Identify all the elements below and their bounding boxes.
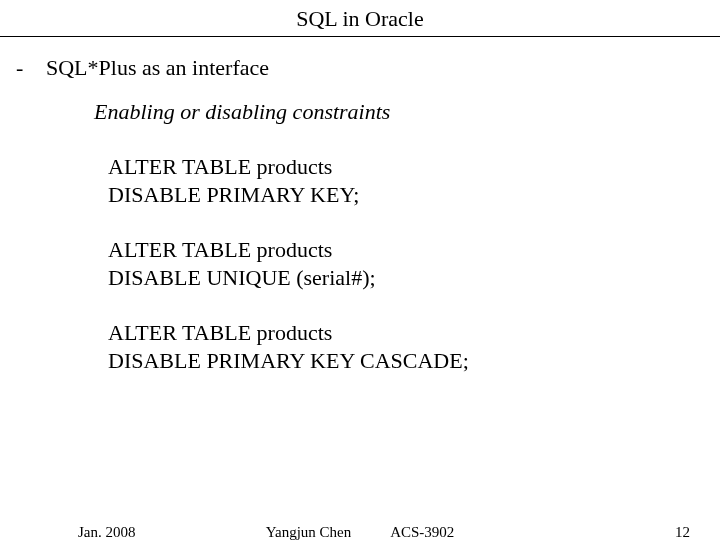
bullet-marker: - bbox=[16, 55, 46, 81]
footer-author: Yangjun Chen bbox=[266, 524, 352, 540]
code-line: ALTER TABLE products bbox=[108, 319, 720, 347]
code-line: ALTER TABLE products bbox=[108, 153, 720, 181]
footer-course: ACS-3902 bbox=[390, 524, 454, 540]
bullet-item: - SQL*Plus as an interface bbox=[0, 55, 720, 81]
code-line: DISABLE PRIMARY KEY CASCADE; bbox=[108, 347, 720, 375]
slide-content: - SQL*Plus as an interface Enabling or d… bbox=[0, 37, 720, 374]
section-subtitle: Enabling or disabling constraints bbox=[0, 81, 720, 125]
slide-title: SQL in Oracle bbox=[0, 0, 720, 37]
bullet-text: SQL*Plus as an interface bbox=[46, 55, 269, 81]
code-line: ALTER TABLE products bbox=[108, 236, 720, 264]
code-line: DISABLE PRIMARY KEY; bbox=[108, 181, 720, 209]
footer-page-number: 12 bbox=[675, 524, 690, 540]
code-line: DISABLE UNIQUE (serial#); bbox=[108, 264, 720, 292]
code-block-3: ALTER TABLE products DISABLE PRIMARY KEY… bbox=[0, 319, 720, 374]
code-block-1: ALTER TABLE products DISABLE PRIMARY KEY… bbox=[0, 153, 720, 208]
code-block-2: ALTER TABLE products DISABLE UNIQUE (ser… bbox=[0, 236, 720, 291]
